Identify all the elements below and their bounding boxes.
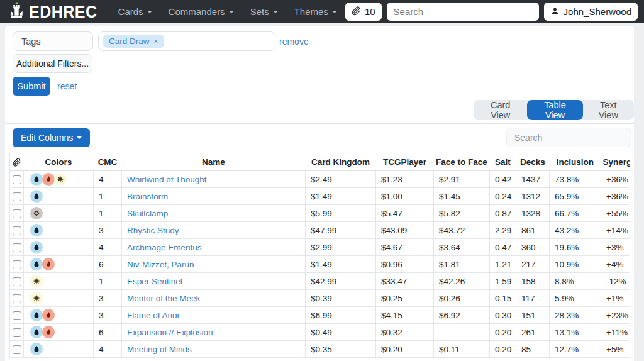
column-header-synergy[interactable]: Synergy xyxy=(601,153,630,171)
column-header-cmc[interactable]: CMC xyxy=(94,153,122,171)
row-salt: 0.47 xyxy=(490,239,516,256)
card-name-link[interactable]: Niv-Mizzet, Parun xyxy=(127,260,194,269)
reset-link[interactable]: reset xyxy=(57,81,77,91)
row-checkbox[interactable] xyxy=(13,243,21,252)
row-cmc: 1 xyxy=(94,188,122,205)
row-checkbox[interactable] xyxy=(13,175,21,184)
card-name-link[interactable]: Flame of Anor xyxy=(127,311,180,320)
row-checkbox[interactable] xyxy=(13,226,21,235)
row-checkbox[interactable] xyxy=(13,192,21,201)
row-synergy: +55% xyxy=(601,205,630,222)
view-toggle-group: Card View Table View Text View xyxy=(474,100,634,120)
row-face-to-face-price: $42.26 xyxy=(434,273,490,290)
red-mana-icon xyxy=(42,326,55,338)
row-face-to-face-price: $43.72 xyxy=(434,222,490,239)
row-colors xyxy=(24,324,94,341)
column-header-card-kingdom[interactable]: Card Kingdom xyxy=(306,153,376,171)
red-mana-icon xyxy=(42,173,55,186)
column-header-tcgplayer[interactable]: TCGPlayer xyxy=(376,153,434,171)
blue-mana-icon xyxy=(30,190,43,203)
remove-filter-link[interactable]: remove xyxy=(279,36,309,47)
card-view-button[interactable]: Card View xyxy=(474,100,527,120)
edhrec-logo[interactable]: EDHREC xyxy=(8,1,97,22)
text-view-button[interactable]: Text View xyxy=(583,100,634,120)
table-body: 4 Whirlwind of Thought $2.49 $1.23 $2.91… xyxy=(10,171,630,358)
row-checkbox[interactable] xyxy=(13,294,21,303)
row-card-kingdom-price: $2.99 xyxy=(306,239,376,256)
nav-item-themes[interactable]: Themes xyxy=(287,3,344,21)
chevron-down-icon xyxy=(332,11,337,13)
row-tcgplayer-price: $4.15 xyxy=(376,307,434,324)
column-header-decks[interactable]: Decks xyxy=(516,153,550,171)
card-name-link[interactable]: Expansion // Explosion xyxy=(127,328,213,337)
nav-item-cards[interactable]: Cards xyxy=(111,3,159,21)
blue-mana-icon xyxy=(30,309,43,321)
row-face-to-face-price: $1.81 xyxy=(434,256,490,273)
nav-item-sets[interactable]: Sets xyxy=(243,3,285,21)
column-header-inclusion[interactable]: Inclusion xyxy=(550,153,601,171)
row-inclusion: 12.7% xyxy=(550,341,601,358)
white-mana-icon xyxy=(54,173,67,186)
user-icon xyxy=(550,6,560,18)
cards-table: Colors CMC Name Card Kingdom TCGPlayer F… xyxy=(9,153,630,358)
red-mana-icon xyxy=(42,309,55,321)
row-colors xyxy=(24,256,94,273)
row-face-to-face-price: $6.92 xyxy=(434,307,490,324)
username-label: John_Sherwood xyxy=(564,6,631,17)
column-header-face-to-face[interactable]: Face to Face xyxy=(434,153,490,171)
card-name-link[interactable]: Rhystic Study xyxy=(127,226,179,235)
table-view-button[interactable]: Table View xyxy=(527,100,582,120)
tags-filter-dropdown[interactable]: Tags xyxy=(13,31,93,51)
card-name-link[interactable]: Meeting of Minds xyxy=(127,345,192,354)
additional-filters-button[interactable]: Additional Filters... xyxy=(13,54,92,73)
brand-wordmark: EDHREC xyxy=(29,2,97,21)
row-synergy: -12% xyxy=(601,273,630,290)
blue-mana-icon xyxy=(30,224,43,236)
section-divider xyxy=(5,123,634,124)
card-name-link[interactable]: Skullclamp xyxy=(127,209,168,218)
row-decks: 85 xyxy=(516,341,550,358)
blue-mana-icon xyxy=(30,173,43,186)
chevron-down-icon xyxy=(77,136,82,139)
card-name-link[interactable]: Mentor of the Meek xyxy=(127,294,200,303)
row-inclusion: 8.8% xyxy=(550,273,601,290)
card-name-link[interactable]: Brainstorm xyxy=(127,192,168,201)
row-checkbox[interactable] xyxy=(13,209,21,218)
table-row: 3 Rhystic Study $47.99 $43.09 $43.72 2.2… xyxy=(10,222,630,239)
row-salt: 2.29 xyxy=(490,222,516,239)
user-menu-button[interactable]: John_Sherwood xyxy=(544,3,638,21)
row-checkbox[interactable] xyxy=(13,328,21,337)
main-nav: Cards Commanders Sets Themes Recs xyxy=(111,3,382,21)
row-tcgplayer-price: $0.32 xyxy=(376,324,434,341)
edit-columns-button[interactable]: Edit Columns xyxy=(13,128,90,147)
remove-chip-icon[interactable]: × xyxy=(154,37,158,46)
table-search-input[interactable] xyxy=(506,128,631,147)
row-decks: 1328 xyxy=(516,205,550,222)
row-tcgplayer-price: $1.23 xyxy=(376,171,434,188)
row-checkbox[interactable] xyxy=(13,311,21,320)
row-card-kingdom-price: $42.99 xyxy=(306,273,376,290)
row-cmc: 6 xyxy=(94,324,122,341)
tag-filter-input[interactable]: Card Draw × xyxy=(98,31,275,51)
row-tcgplayer-price: $43.09 xyxy=(376,222,434,239)
card-name-link[interactable]: Whirlwind of Thought xyxy=(127,175,207,184)
row-synergy: +36% xyxy=(601,171,630,188)
clip-count: 10 xyxy=(365,6,375,17)
card-name-link[interactable]: Esper Sentinel xyxy=(127,277,182,286)
nav-item-commanders[interactable]: Commanders xyxy=(162,3,241,21)
chevron-down-icon xyxy=(229,11,234,13)
column-header-name[interactable]: Name xyxy=(122,153,306,171)
navbar-search-input[interactable] xyxy=(387,3,539,21)
row-checkbox[interactable] xyxy=(13,277,21,286)
row-decks: 261 xyxy=(516,324,550,341)
row-checkbox[interactable] xyxy=(13,260,21,269)
card-name-link[interactable]: Archmage Emeritus xyxy=(127,243,202,252)
column-header-colors[interactable]: Colors xyxy=(24,153,94,171)
row-checkbox[interactable] xyxy=(13,345,21,354)
clipboard-count-button[interactable]: 10 xyxy=(345,3,382,21)
row-card-kingdom-price: $0.49 xyxy=(306,324,376,341)
column-header-salt[interactable]: Salt xyxy=(490,153,516,171)
chevron-down-icon xyxy=(273,11,278,13)
row-card-kingdom-price: $47.99 xyxy=(306,222,376,239)
submit-button[interactable]: Submit xyxy=(13,77,50,96)
